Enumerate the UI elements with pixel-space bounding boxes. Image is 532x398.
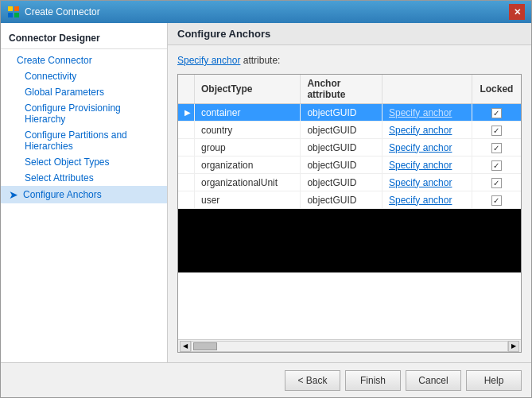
row-specify-link[interactable]: Specify anchor [382,174,472,191]
row-object-type: group [195,139,301,156]
main-panel: Configure Anchors Specify anchor attribu… [168,23,531,362]
main-window: Create Connector ✕ Connector Designer Cr… [0,0,532,398]
locked-checkbox: ✓ [491,143,502,153]
row-anchor-attr: objectGUID [301,191,382,209]
row-object-type: container [195,104,301,122]
row-locked: ✓ [472,156,521,174]
sidebar: Connector Designer Create Connector Conn… [1,23,168,362]
sidebar-label-configure-provisioning: Configure Provisioning Hierarchy [25,102,159,125]
cancel-button[interactable]: Cancel [406,370,461,391]
row-arrow [178,174,195,191]
row-locked: ✓ [472,122,521,139]
scroll-right-button[interactable]: ▶ [508,341,519,352]
row-object-type: country [195,122,301,139]
sidebar-label-select-object-types: Select Object Types [25,156,110,168]
row-specify-link[interactable]: Specify anchor [382,139,472,156]
row-arrow: ▶ [178,104,195,122]
scroll-left-button[interactable]: ◀ [180,341,191,352]
sidebar-item-create-connector[interactable]: Create Connector [1,52,167,68]
sidebar-item-configure-provisioning[interactable]: Configure Provisioning Hierarchy [1,100,167,127]
table-scroll-area[interactable]: ObjectType Anchor attribute Locked [178,75,521,339]
sidebar-item-select-object-types[interactable]: Select Object Types [1,154,167,170]
svg-rect-1 [14,6,19,11]
locked-checkbox: ✓ [491,178,502,188]
sidebar-item-connectivity[interactable]: Connectivity [1,68,167,84]
col-specify-header [382,75,472,104]
row-specify-link[interactable]: Specify anchor [382,104,472,122]
col-objecttype-header: ObjectType [195,75,301,104]
row-locked: ✓ [472,139,521,156]
scroll-thumb[interactable] [193,342,217,350]
table-header-row: ObjectType Anchor attribute Locked [178,75,521,104]
row-locked: ✓ [472,191,521,209]
specify-anchor-description: Specify anchor attribute: [177,55,522,66]
row-locked: ✓ [472,104,521,122]
help-button[interactable]: Help [466,370,522,391]
row-object-type: organization [195,156,301,174]
main-content: Specify anchor attribute: ObjectType [168,45,531,362]
table-row[interactable]: organization objectGUID Specify anchor [178,156,521,174]
sidebar-label-select-attributes: Select Attributes [25,172,94,184]
table-row[interactable]: country objectGUID Specify anchor [178,122,521,139]
anchors-table: ObjectType Anchor attribute Locked [178,75,521,272]
window-title: Create Connector [25,6,100,17]
row-specify-link[interactable]: Specify anchor [382,191,472,209]
col-arrow-header [178,75,195,104]
title-bar: Create Connector ✕ [1,1,531,23]
app-icon [7,6,20,18]
col-locked-header: Locked [472,75,521,104]
locked-checkbox: ✓ [491,126,502,136]
table-row[interactable]: ▶ container objectGUID Specify anchor [178,104,521,122]
table-row-black [178,209,521,272]
row-anchor-attr: objectGUID [301,122,382,139]
row-anchor-attr: objectGUID [301,104,382,122]
bottom-bar: < Back Finish Cancel Help [1,362,531,397]
svg-rect-0 [8,6,13,11]
row-anchor-attr: objectGUID [301,139,382,156]
table-row[interactable]: organizationalUnit objectGUID Specify an… [178,174,521,191]
sidebar-header: Connector Designer [1,29,167,49]
table-row[interactable]: user objectGUID Specify anchor [178,191,521,209]
specify-anchor-suffix: attribute: [240,55,280,66]
horizontal-scrollbar[interactable]: ◀ ▶ [178,339,521,352]
row-arrow [178,139,195,156]
row-object-type: user [195,191,301,209]
locked-checkbox: ✓ [491,160,502,171]
anchors-table-container: ObjectType Anchor attribute Locked [177,74,522,353]
row-arrow [178,191,195,209]
row-arrow [178,122,195,139]
row-specify-link[interactable]: Specify anchor [382,156,472,174]
row-anchor-attr: objectGUID [301,174,382,191]
sidebar-label-configure-anchors: Configure Anchors [23,189,102,200]
row-locked: ✓ [472,174,521,191]
sidebar-label-configure-partitions: Configure Partitions and Hierarchies [25,129,159,152]
specify-anchor-link[interactable]: Specify anchor [177,55,240,66]
col-anchor-header: Anchor attribute [301,75,382,104]
sidebar-label-global-parameters: Global Parameters [25,87,104,98]
svg-rect-2 [8,13,13,17]
sidebar-item-select-attributes[interactable]: Select Attributes [1,170,167,186]
arrow-icon: ➤ [9,188,18,201]
row-specify-link[interactable]: Specify anchor [382,122,472,139]
sidebar-item-global-parameters[interactable]: Global Parameters [1,84,167,100]
content-area: Connector Designer Create Connector Conn… [1,23,531,362]
finish-button[interactable]: Finish [345,370,401,391]
locked-checkbox: ✓ [491,195,502,206]
title-bar-left: Create Connector [7,6,100,18]
row-anchor-attr: objectGUID [301,156,382,174]
back-button[interactable]: < Back [285,370,340,391]
sidebar-item-configure-anchors[interactable]: ➤ Configure Anchors [1,186,167,203]
sidebar-label-create-connector: Create Connector [17,55,92,66]
table-row[interactable]: group objectGUID Specify anchor [178,139,521,156]
sidebar-label-connectivity: Connectivity [25,71,76,82]
scroll-track[interactable] [191,341,508,352]
row-arrow [178,156,195,174]
locked-checkbox: ✓ [491,108,502,118]
svg-rect-3 [14,13,19,17]
row-object-type: organizationalUnit [195,174,301,191]
sidebar-item-configure-partitions[interactable]: Configure Partitions and Hierarchies [1,127,167,154]
main-header: Configure Anchors [168,23,531,45]
close-button[interactable]: ✕ [509,4,525,20]
black-area [178,209,521,272]
